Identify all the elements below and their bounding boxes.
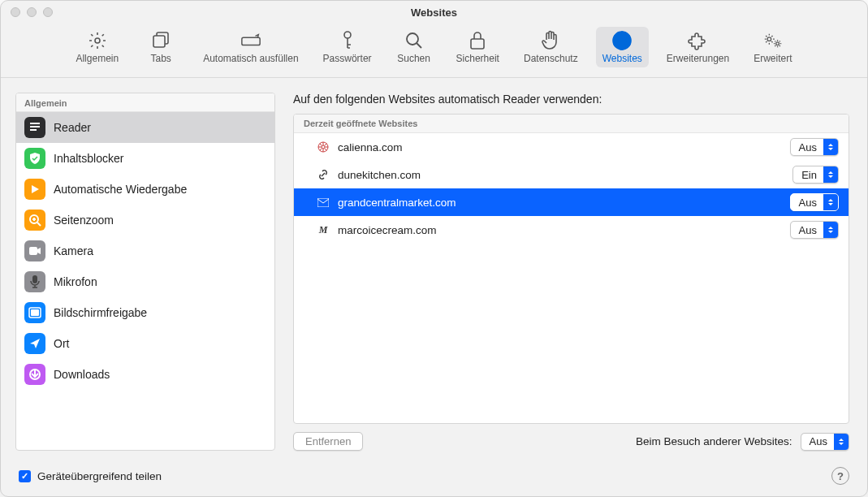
website-setting-popup[interactable]: Aus [790, 221, 839, 239]
svg-point-20 [322, 145, 325, 149]
website-row[interactable]: calienna.com Aus [294, 133, 849, 161]
svg-rect-11 [30, 126, 40, 127]
svg-rect-15 [32, 275, 37, 283]
gear-icon [87, 30, 108, 51]
website-setting-popup[interactable]: Aus [790, 193, 839, 211]
popup-value: Ein [793, 169, 823, 181]
svg-rect-17 [31, 309, 39, 316]
popup-value: Aus [791, 141, 823, 153]
window-controls [11, 7, 53, 17]
sidebar-item-mikrofon[interactable]: Mikrofon [16, 266, 274, 297]
sidebar-item-bildschirmfreigabe[interactable]: Bildschirmfreigabe [16, 297, 274, 328]
sidebar-item-reader[interactable]: Reader [16, 112, 274, 143]
hand-icon [540, 30, 561, 51]
puzzle-icon [688, 30, 709, 51]
sidebar-item-label: Inhaltsblocker [54, 152, 123, 165]
toolbar-suchen[interactable]: Suchen [390, 27, 438, 67]
toolbar-automatisch-ausfüllen[interactable]: Automatisch ausfüllen [196, 27, 304, 67]
remove-button[interactable]: Entfernen [293, 432, 363, 451]
sidebar-item-seitenzoom[interactable]: Seitenzoom [16, 205, 274, 236]
reader-icon [24, 117, 45, 138]
toolbar-label: Suchen [397, 53, 430, 64]
sidebar-item-label: Ort [54, 337, 69, 350]
minimize-window-button[interactable] [27, 7, 37, 17]
chevron-updown-icon [823, 194, 838, 210]
key-icon [337, 30, 358, 51]
website-domain: calienna.com [338, 141, 782, 153]
toolbar-label: Websites [602, 53, 642, 64]
chevron-updown-icon [823, 139, 838, 155]
toolbar-label: Passwörter [323, 53, 372, 64]
zoom-window-button[interactable] [43, 7, 53, 17]
toolbar-datenschutz[interactable]: Datenschutz [517, 27, 585, 67]
toolbar-label: Allgemein [76, 53, 119, 64]
camera-icon [24, 240, 45, 261]
toolbar-sicherheit[interactable]: Sicherheit [450, 27, 506, 67]
toolbar-tabs[interactable]: Tabs [136, 27, 185, 67]
svg-rect-10 [30, 123, 40, 124]
checkbox-label: Geräteübergreifend teilen [37, 470, 162, 482]
toolbar-erweitert[interactable]: Erweitert [747, 27, 798, 67]
chevron-updown-icon [834, 434, 849, 450]
svg-point-8 [767, 37, 771, 41]
favicon [317, 140, 330, 153]
website-row[interactable]: dunekitchen.com Ein [294, 161, 849, 188]
help-button[interactable]: ? [831, 467, 849, 485]
chevron-updown-icon [823, 222, 838, 238]
website-row[interactable]: M marcoicecream.com Aus [294, 216, 849, 244]
svg-rect-1 [153, 36, 165, 47]
checkbox-icon [19, 470, 31, 482]
sidebar-item-ort[interactable]: Ort [16, 328, 274, 359]
category-sidebar[interactable]: Allgemein ReaderInhaltsblockerAutomatisc… [15, 93, 275, 451]
sidebar-item-label: Downloads [54, 368, 110, 381]
toolbar-erweiterungen[interactable]: Erweiterungen [660, 27, 736, 67]
download-icon [24, 364, 45, 385]
zoom-icon [24, 210, 45, 231]
share-across-devices-checkbox[interactable]: Geräteübergreifend teilen [19, 470, 162, 482]
popup-value: Aus [801, 435, 834, 447]
autofill-icon [240, 30, 261, 51]
svg-rect-12 [30, 129, 37, 131]
default-setting-popup[interactable]: Aus [801, 433, 849, 451]
toolbar-passwörter[interactable]: Passwörter [317, 27, 378, 67]
favicon [317, 196, 330, 209]
websites-list: Derzeit geöffnete Websites calienna.com … [293, 114, 849, 424]
popup-value: Aus [791, 197, 823, 209]
favicon: M [317, 223, 330, 236]
mic-icon [24, 271, 45, 292]
svg-rect-5 [471, 39, 484, 49]
sidebar-item-label: Bildschirmfreigabe [54, 306, 147, 319]
website-domain: marcoicecream.com [338, 224, 782, 236]
toolbar-label: Erweitert [754, 53, 792, 64]
toolbar-label: Tabs [150, 53, 171, 64]
preferences-toolbar: AllgemeinTabsAutomatisch ausfüllenPasswö… [1, 24, 867, 78]
sidebar-item-automatische-wiedergabe[interactable]: Automatische Wiedergabe [16, 174, 274, 205]
preferences-window: Websites AllgemeinTabsAutomatisch ausfül… [0, 0, 868, 497]
sidebar-item-inhaltsblocker[interactable]: Inhaltsblocker [16, 143, 274, 174]
sidebar-item-downloads[interactable]: Downloads [16, 359, 274, 390]
website-domain: grandcentralmarket.com [338, 197, 782, 209]
list-section-header: Derzeit geöffnete Websites [294, 115, 849, 133]
svg-rect-14 [29, 247, 37, 255]
shield-check-icon [24, 148, 45, 169]
sidebar-item-kamera[interactable]: Kamera [16, 236, 274, 266]
favicon [317, 168, 330, 181]
toolbar-allgemein[interactable]: Allgemein [69, 27, 125, 67]
window-title: Websites [1, 6, 867, 19]
svg-point-9 [776, 42, 779, 45]
close-window-button[interactable] [11, 7, 20, 17]
toolbar-websites[interactable]: Websites [596, 27, 649, 67]
svg-point-4 [407, 33, 418, 45]
sidebar-item-label: Seitenzoom [54, 214, 114, 227]
toolbar-label: Automatisch ausfüllen [203, 53, 298, 64]
website-setting-popup[interactable]: Ein [792, 166, 839, 184]
list-footer-row: Entfernen Beim Besuch anderer Websites: … [293, 424, 849, 451]
list-body[interactable]: calienna.com Aus dunekitchen.com Ein gra… [294, 133, 849, 423]
website-setting-popup[interactable]: Aus [790, 138, 839, 156]
sidebar-section-header: Allgemein [16, 93, 274, 112]
svg-rect-2 [242, 37, 260, 45]
toolbar-label: Datenschutz [524, 53, 578, 64]
website-domain: dunekitchen.com [338, 169, 784, 181]
website-row[interactable]: grandcentralmarket.com Aus [294, 188, 849, 216]
lock-icon [467, 30, 488, 51]
